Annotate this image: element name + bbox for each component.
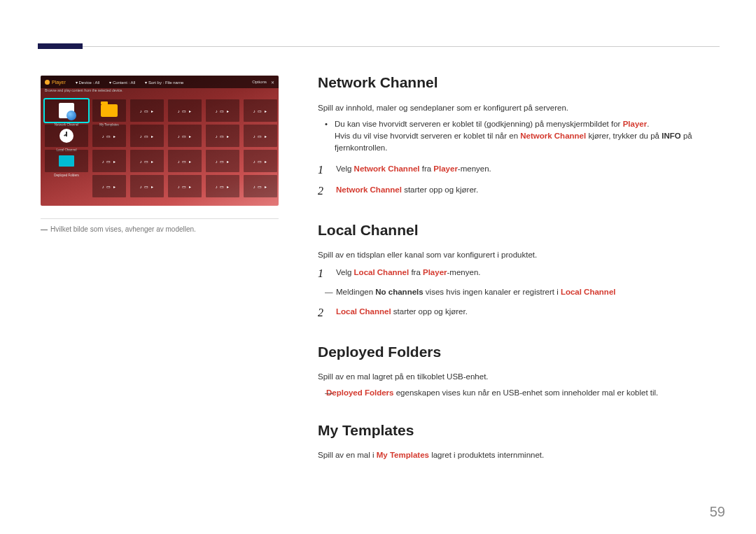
media-tile: ♪ ▭ ▸ [130, 175, 164, 197]
local-note: Meldingen No channels vises hvis ingen k… [318, 286, 720, 298]
player-screenshot: Player Device : All Content : All Sort b… [41, 76, 279, 206]
media-tile: ♪ ▭ ▸ [206, 175, 239, 197]
heading-my-templates: My Templates [318, 419, 720, 442]
media-tile: ♪ ▭ ▸ [92, 175, 126, 197]
tile-deployed-folders: Deployed Folders [45, 150, 88, 172]
step-number: 2 [318, 183, 328, 199]
media-tile: ♪ ▭ ▸ [206, 150, 239, 172]
media-tile: ♪ ▭ ▸ [92, 125, 126, 147]
network-bullets: Du kan vise hvorvidt serveren er koblet … [318, 118, 720, 155]
header-right: Options ✕ [252, 80, 274, 85]
media-tile: ♪ ▭ ▸ [168, 175, 202, 197]
tile-local-channel: Local Channel [45, 125, 88, 147]
page-number: 59 [710, 504, 725, 520]
media-tile: ♪ ▭ ▸ [206, 99, 239, 122]
section-network-channel: Network Channel Spill av innhold, maler … [318, 71, 720, 199]
main-content: Network Channel Spill av innhold, maler … [318, 71, 720, 465]
step-number: 1 [318, 265, 328, 282]
heading-deployed-folders: Deployed Folders [318, 341, 720, 363]
media-tile: ♪ ▭ ▸ [168, 125, 202, 147]
section-my-templates: My Templates Spill av en mal i My Templa… [318, 419, 720, 462]
sort-filter: Sort by : File name [145, 80, 183, 85]
section-local-channel: Local Channel Spill av en tidsplan eller… [318, 219, 720, 321]
clock-icon [59, 129, 74, 143]
media-tile: ♪ ▭ ▸ [168, 99, 202, 122]
network-bullet-1: Du kan vise hvorvidt serveren er koblet … [335, 118, 720, 155]
tile-grid: Network Channel My Templates ♪ ▭ ▸ ♪ ▭ ▸… [45, 99, 274, 202]
media-tile: ♪ ▭ ▸ [130, 150, 164, 172]
media-tile: ♪ ▭ ▸ [244, 99, 277, 122]
media-tile: ♪ ▭ ▸ [92, 150, 126, 172]
local-step-2: 2 Local Channel starter opp og kjører. [318, 304, 720, 321]
device-filter: Device : All [76, 80, 99, 85]
network-step-1: 1 Velg Network Channel fra Player-menyen… [318, 162, 720, 178]
header-rule [38, 46, 720, 47]
step-number: 2 [318, 304, 328, 321]
monitor-icon [59, 155, 74, 167]
media-tile: ♪ ▭ ▸ [130, 99, 164, 122]
options-label: Options [252, 80, 267, 85]
local-intro: Spill av en tidsplan eller kanal som var… [318, 249, 720, 261]
tile-my-templates: My Templates [92, 99, 126, 122]
templates-intro: Spill av en mal i My Templates lagret i … [318, 449, 720, 461]
section-deployed-folders: Deployed Folders Spill av en mal lagret … [318, 341, 720, 400]
empty-tile [45, 175, 88, 197]
media-tile: ♪ ▭ ▸ [168, 150, 202, 172]
folder-icon [101, 104, 118, 117]
document-page: Player Device : All Content : All Sort b… [0, 0, 756, 534]
media-tile: ♪ ▭ ▸ [130, 125, 164, 147]
local-step-1: 1 Velg Local Channel fra Player-menyen. [318, 265, 720, 282]
player-header: Player Device : All Content : All Sort b… [41, 76, 279, 88]
player-subtitle: Browse and play content from the selecte… [45, 88, 123, 92]
media-tile: ♪ ▭ ▸ [244, 150, 277, 172]
deployed-note: Deployed Folders egenskapen vises kun nå… [318, 387, 720, 399]
screenshot-column: Player Device : All Content : All Sort b… [41, 76, 279, 206]
calendar-globe-icon [59, 103, 74, 118]
tile-network-channel: Network Channel [45, 99, 88, 122]
media-tile: ♪ ▭ ▸ [244, 125, 277, 147]
deployed-intro: Spill av en mal lagret på en tilkoblet U… [318, 371, 720, 383]
header-accent [38, 43, 83, 49]
heading-local-channel: Local Channel [318, 219, 720, 241]
network-step-2: 2 Network Channel starter opp og kjører. [318, 183, 720, 199]
network-intro: Spill av innhold, maler og sendeplaner s… [318, 102, 720, 114]
step-number: 1 [318, 162, 328, 178]
media-tile: ♪ ▭ ▸ [206, 125, 239, 147]
content-filter: Content : All [109, 80, 135, 85]
close-icon: ✕ [271, 80, 274, 85]
caption-divider [41, 218, 279, 219]
screenshot-caption: ―Hvilket bilde som vises, avhenger av mo… [41, 225, 196, 233]
player-label: Player [45, 80, 66, 85]
media-tile: ♪ ▭ ▸ [244, 175, 277, 197]
heading-network-channel: Network Channel [318, 71, 720, 94]
